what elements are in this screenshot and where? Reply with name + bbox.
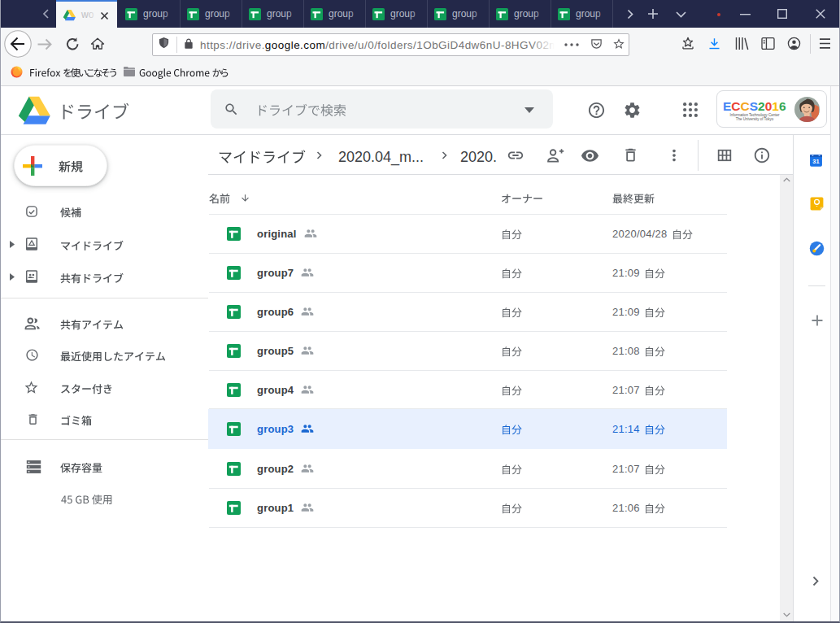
svg-text:31: 31 bbox=[812, 158, 819, 165]
